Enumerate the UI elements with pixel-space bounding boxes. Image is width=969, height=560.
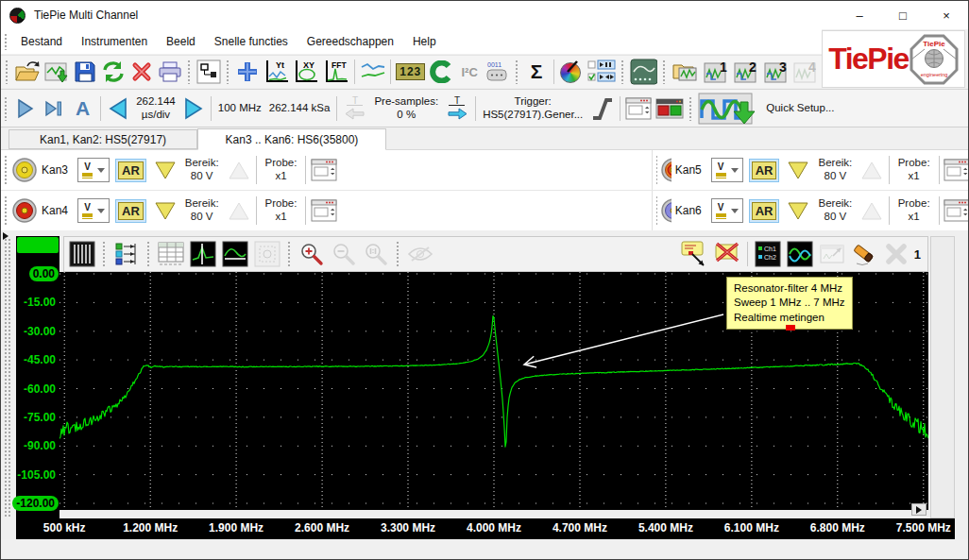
auto-setup-icon[interactable]: A	[68, 93, 97, 124]
menu-gereedschappen[interactable]: Gereedschappen	[298, 35, 403, 48]
channel-settings-icon[interactable]	[942, 155, 969, 185]
toolbar-grip[interactable]	[226, 59, 230, 84]
toolbar-grip[interactable]	[4, 96, 8, 121]
menu-bestand[interactable]: Bestand	[11, 35, 72, 48]
refresh-icon[interactable]	[99, 57, 128, 87]
playback-control-icon[interactable]	[586, 57, 618, 87]
plot-canvas[interactable]: Resonator-filter 4 MHz Sweep 1 MHz .. 7 …	[60, 272, 928, 510]
quick-setting-3[interactable]: 3	[762, 57, 792, 87]
xy-graph-icon[interactable]: XY	[291, 57, 321, 87]
object-tree-icon[interactable]	[195, 57, 223, 87]
y-axis[interactable]: 0.00-15.00-30.00-45.00-60.00-75.00-90.00…	[16, 236, 60, 518]
panel-collapse-icon[interactable]	[3, 232, 8, 240]
toolbar-grip[interactable]	[287, 241, 292, 267]
print-icon[interactable]	[156, 57, 184, 87]
open-setting-icon[interactable]	[670, 57, 702, 87]
toolbar-grip[interactable]	[620, 59, 625, 84]
legend-icon[interactable]: Ch1Ch2	[753, 238, 783, 270]
autorange-button[interactable]: AR	[752, 161, 777, 179]
range-down-icon[interactable]	[151, 155, 179, 185]
toolbar-grip[interactable]	[102, 241, 107, 267]
toolbar-grip[interactable]	[655, 155, 657, 185]
autorange-button[interactable]: AR	[752, 202, 777, 220]
minimize-button[interactable]: –	[838, 1, 881, 29]
toolbar-grip[interactable]	[662, 59, 667, 84]
autorange-button[interactable]: AR	[118, 161, 144, 179]
menu-beeld[interactable]: Beeld	[157, 35, 205, 48]
yt-graph-icon[interactable]: Yt	[262, 57, 292, 87]
channel-settings-icon[interactable]	[942, 195, 969, 226]
close-button[interactable]: ×	[925, 1, 968, 29]
start-measurement-icon[interactable]	[11, 93, 40, 124]
coupling-select[interactable]: V	[77, 198, 110, 223]
import-measurement-icon[interactable]	[42, 57, 71, 87]
toolbar-grip[interactable]	[4, 155, 8, 185]
line-graph-icon[interactable]	[358, 57, 388, 87]
channel-settings-icon[interactable]	[309, 195, 339, 226]
toolbar-grip[interactable]	[4, 195, 8, 226]
add-comment-icon[interactable]	[680, 238, 710, 270]
table-icon[interactable]	[156, 238, 186, 270]
delete-icon[interactable]	[128, 57, 156, 87]
waveforms-icon[interactable]	[785, 238, 815, 270]
toolbar-grip[interactable]	[187, 59, 192, 84]
menu-snelle-functies[interactable]: Snelle functies	[205, 35, 298, 48]
binary-io-icon[interactable]: 0011	[484, 57, 512, 87]
one-shot-icon[interactable]	[40, 93, 68, 124]
save-icon[interactable]	[71, 57, 99, 87]
axis-color-header[interactable]	[17, 237, 59, 253]
range-down-icon[interactable]	[784, 155, 812, 185]
range-down-icon[interactable]	[151, 195, 179, 226]
fft-graph-icon[interactable]: FFT	[321, 57, 351, 87]
channel-settings-icon[interactable]	[309, 155, 339, 185]
toolbar-grip[interactable]	[146, 241, 151, 267]
timebase-increase-icon[interactable]	[179, 93, 208, 124]
presamples-increase-icon[interactable]: T	[442, 93, 472, 124]
toolbar-grip[interactable]	[655, 195, 657, 226]
range-down-icon[interactable]	[784, 195, 812, 226]
x-axis[interactable]: 500 kHz1.200 MHz1.900 MHz2.600 MHz3.300 …	[16, 518, 955, 539]
autorange-button[interactable]: AR	[118, 202, 144, 220]
coupling-select[interactable]: V	[77, 158, 110, 182]
horizontal-cursor-icon[interactable]	[220, 238, 250, 270]
coupling-select[interactable]: V	[711, 198, 743, 223]
tab-hs5[interactable]: Kan1, Kan2: HS5(27917)	[8, 129, 197, 149]
maximize-button[interactable]: □	[881, 1, 925, 29]
graph-display-icon[interactable]	[628, 57, 660, 87]
scroll-corner-button[interactable]	[911, 503, 926, 516]
i2c-analyzer-icon[interactable]: I²C	[455, 57, 484, 87]
capacity-meter-icon[interactable]	[427, 57, 455, 87]
comment-note[interactable]: Resonator-filter 4 MHz Sweep 1 MHz .. 7 …	[726, 277, 853, 330]
menu-instrumenten[interactable]: Instrumenten	[72, 35, 157, 48]
comment-marker[interactable]	[786, 325, 795, 331]
coupling-select[interactable]: V	[711, 158, 743, 182]
delete-comment-icon[interactable]	[712, 238, 742, 270]
toolbar-grip[interactable]	[688, 96, 693, 121]
color-settings-icon[interactable]	[557, 57, 586, 87]
quick-setting-1[interactable]: 1	[702, 57, 732, 87]
grid-icon[interactable]	[67, 238, 97, 270]
eraser-icon[interactable]	[849, 238, 879, 270]
trigger-edge-icon[interactable]	[586, 93, 617, 124]
add-graph-icon[interactable]	[233, 57, 262, 87]
toolbar-grip[interactable]	[396, 241, 400, 267]
timebase-decrease-icon[interactable]	[104, 93, 132, 124]
quick-setup-label[interactable]: Quick Setup...	[762, 102, 838, 115]
toolbar-grip[interactable]	[515, 59, 519, 84]
quick-setting-2[interactable]: 2	[732, 57, 762, 87]
axis-offset-icon[interactable]	[111, 238, 142, 270]
vertical-cursor-icon[interactable]	[188, 238, 218, 270]
zoom-in-icon[interactable]	[297, 238, 327, 270]
trigger-settings-icon[interactable]	[623, 93, 654, 124]
tab-hs6[interactable]: Kan3 .. Kan6: HS6(35800)	[197, 128, 386, 150]
menu-help[interactable]: Help	[403, 35, 446, 48]
sum-icon[interactable]: Σ	[522, 57, 551, 87]
trigger-source[interactable]: Trigger:HS5(27917).Gener...	[479, 95, 586, 121]
channel-enable-icon[interactable]	[654, 93, 686, 124]
meter-icon[interactable]: 123	[394, 57, 427, 87]
toolbar-grip[interactable]	[5, 59, 9, 84]
toolbar-grip[interactable]	[4, 33, 8, 50]
quick-setup-icon[interactable]	[696, 93, 762, 124]
graph-panel-grip[interactable]	[4, 238, 10, 518]
open-file-icon[interactable]	[12, 57, 42, 87]
